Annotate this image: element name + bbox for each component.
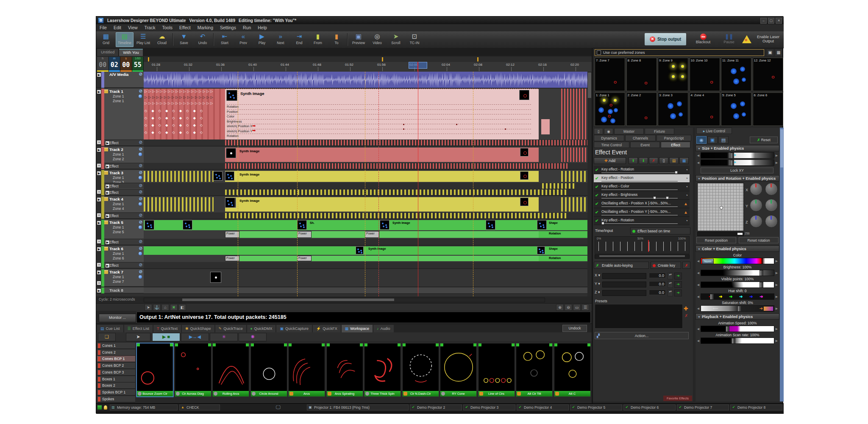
knob-x-b[interactable] <box>765 183 778 195</box>
axis-slider[interactable] <box>602 290 646 296</box>
track-header[interactable]: ▶≡Track 4⊘Zone 1Zone 4Effect▶⊘ <box>96 196 144 219</box>
synth-image-event[interactable]: Synth ImageRotationPositionColorBrightne… <box>225 89 539 139</box>
cue-circle-around[interactable]: Circle Around <box>250 343 287 397</box>
zone-info-icon[interactable] <box>139 202 142 206</box>
zone-info-icon[interactable] <box>139 153 142 156</box>
track-content[interactable] <box>144 287 592 294</box>
track-zone-row[interactable]: Zone 1 <box>104 202 144 206</box>
track-zone-row[interactable]: Zone 5 <box>104 230 144 234</box>
zone-cell-7[interactable]: 7: Zone 7O <box>595 58 625 91</box>
toolbar-cloud-button[interactable]: ☁Cloud <box>153 32 171 47</box>
track-collapse-icon[interactable]: ▶ <box>97 148 101 152</box>
track-collapse-icon[interactable]: ▶ <box>97 270 101 275</box>
track-name[interactable]: Track 5⊘ <box>104 220 144 225</box>
track-mode-icon[interactable]: ≡ <box>97 163 101 168</box>
projector-status-6[interactable]: Demo Projector 6✔ <box>623 404 676 410</box>
folder-icon[interactable]: ▤ <box>718 136 729 144</box>
zone-cell-12[interactable]: 12: Zone 12O <box>753 58 783 91</box>
slider-handle[interactable] <box>737 306 741 312</box>
track-zone-row[interactable]: Zone 1 <box>104 225 144 230</box>
track-mode-icon[interactable]: ≡ <box>97 213 101 218</box>
effect-play-icon[interactable]: ▶ <box>105 164 110 169</box>
track-collapse-icon[interactable]: ▶ <box>97 220 101 225</box>
track-content[interactable]: Synth Image <box>144 196 592 219</box>
track-effect-band[interactable] <box>144 262 592 268</box>
slider-bar[interactable]: Norm <box>701 258 774 264</box>
globe-icon[interactable]: ◉ <box>696 136 707 144</box>
minimize-icon[interactable]: – <box>760 18 767 24</box>
tab-quickshape[interactable]: ✱QuickShape <box>182 325 214 332</box>
toolbar-start-button[interactable]: ⇤Start <box>216 32 234 47</box>
toolbar-grid-button[interactable]: ▦Grid <box>97 32 115 47</box>
menu-marking[interactable]: Marking <box>194 24 217 31</box>
playback-section-header[interactable]: ▼Playback + Enabled physics <box>696 313 779 320</box>
slider-left-arrow[interactable]: ◀ <box>696 305 700 312</box>
track-name[interactable]: A/V Media⊘ <box>104 72 144 77</box>
track-effect-row[interactable]: Effect▶⊘ <box>104 163 144 169</box>
effect-play-icon[interactable]: ▶ <box>105 240 110 245</box>
create-key-button[interactable]: Create key <box>651 262 681 269</box>
track-effect-row[interactable]: Effect▶⊘ <box>104 139 144 145</box>
event-thumbnail[interactable] <box>213 171 223 181</box>
tab-channels[interactable]: Channels <box>625 135 656 141</box>
slider-bar[interactable] <box>701 282 774 288</box>
tab-master[interactable]: Master <box>614 128 644 134</box>
effect-disable-icon[interactable]: ⊘ <box>139 183 142 188</box>
track-header[interactable]: ▶≡Track 7⊘Zone 1Zone 7 <box>96 269 144 287</box>
menu-help[interactable]: Help <box>254 24 270 31</box>
cue-cir-across-diag[interactable]: Cir Across Diag <box>175 343 211 397</box>
track-name[interactable]: Track 2⊘ <box>104 147 144 152</box>
track-name[interactable]: Track 6⊘ <box>104 246 144 251</box>
track-disable-icon[interactable]: ⊘ <box>139 147 142 151</box>
projector-status-5[interactable]: Demo Projector 5✔ <box>570 404 622 410</box>
workspace-page-boxes-1[interactable]: Boxes 1 <box>97 376 135 382</box>
track-collapse-icon[interactable]: ▶ <box>97 89 101 94</box>
effect-item-0[interactable]: ✔Key effect - Rotation◔ <box>594 166 690 174</box>
track-collapse-icon[interactable]: ▶ <box>97 288 101 293</box>
projector-status-8[interactable]: Demo Projector 8✔ <box>730 404 782 410</box>
slider-handle[interactable] <box>726 326 729 332</box>
slider-bar[interactable] <box>701 326 774 332</box>
preview-square-icon[interactable]: ▣ <box>707 136 718 144</box>
power-block[interactable]: Power <box>225 231 239 238</box>
slider-speed[interactable]: ◀▶ <box>696 326 779 332</box>
track-disable-icon[interactable]: ⊘ <box>139 89 142 93</box>
zoom-in-icon[interactable]: ⊕ <box>556 304 564 311</box>
event-thumbnail[interactable] <box>183 220 192 230</box>
size-section-header[interactable]: ▼Size + Enabled physics <box>696 145 779 151</box>
track-zone-row[interactable]: Zone 4 <box>104 206 144 211</box>
tab-audio[interactable]: ♪Audio <box>373 325 394 332</box>
delete-icon[interactable]: ✗ <box>649 157 658 164</box>
track-mode-icon[interactable]: ≡ <box>97 140 101 145</box>
event-thumbnail[interactable] <box>145 220 154 230</box>
fx-burst-icon[interactable]: ✳ <box>210 333 238 341</box>
projector-status-2[interactable]: Demo Projector 2✔ <box>410 404 462 410</box>
effect-item-5[interactable]: ✔Oscillating effect - Position Y [-50%..… <box>594 208 690 217</box>
play-seek-icon[interactable]: ▶↔◀ <box>181 333 209 341</box>
slider-left-arrow[interactable]: ◀ <box>696 293 700 300</box>
slider-right-arrow[interactable]: ▶ <box>775 152 779 159</box>
axis-value[interactable]: 0.0 <box>649 273 666 278</box>
menu-effect[interactable]: Effect <box>176 24 194 31</box>
play-stop-icon[interactable]: ▶ ■ <box>152 333 180 341</box>
track-zone-row[interactable]: Zone 1 <box>104 275 144 279</box>
event-bar[interactable] <box>225 171 539 182</box>
track-effect-row[interactable]: Effect▶⊘ <box>104 212 144 218</box>
event-thumbnail[interactable] <box>226 148 236 158</box>
track-collapse-icon[interactable]: ▶ <box>97 171 101 176</box>
slider-bar[interactable]: ◄► <box>701 152 774 159</box>
menu-run[interactable]: Run <box>239 24 254 31</box>
time-input-scrollbar[interactable] <box>595 254 690 259</box>
slider-handle[interactable] <box>730 153 734 159</box>
green-fill[interactable] <box>144 220 592 230</box>
menu-settings[interactable]: Settings <box>217 24 239 31</box>
size-slider-x[interactable]: ◀▶◄► <box>696 152 779 159</box>
effect-play-icon[interactable]: ▶ <box>105 141 110 145</box>
knob-z-a[interactable] <box>750 215 762 228</box>
zone-cell-10[interactable]: 10: Zone 10O <box>690 58 720 91</box>
event-thumbnail[interactable] <box>520 198 529 206</box>
timeline-v-scrollbar[interactable] <box>587 72 592 296</box>
knob-y-a[interactable] <box>750 199 762 212</box>
knob-x-a[interactable] <box>750 183 762 195</box>
track-zone-row[interactable]: Zone 2 <box>104 157 144 162</box>
